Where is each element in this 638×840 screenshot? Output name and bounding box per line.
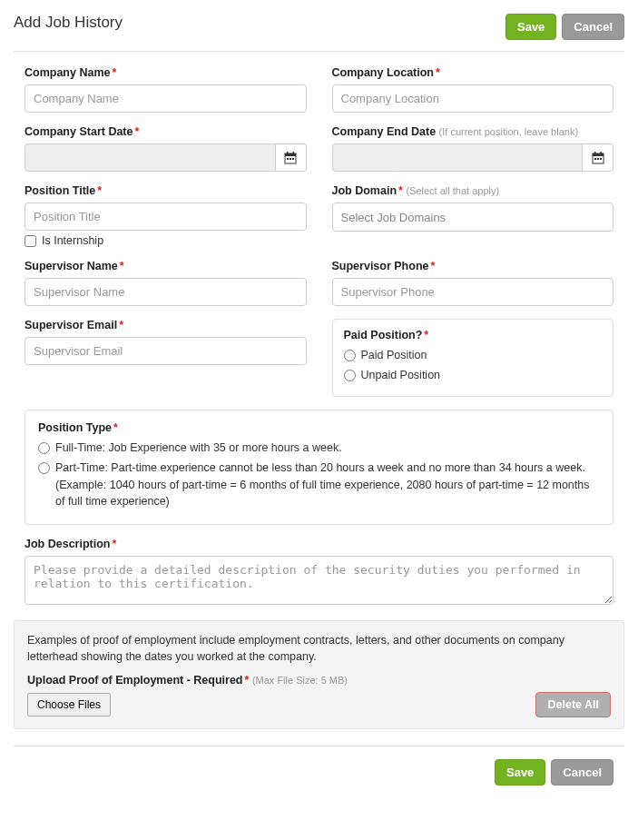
full-time-radio[interactable] [38,442,50,454]
supervisor-name-input[interactable] [25,278,307,306]
svg-rect-11 [594,158,596,160]
svg-rect-8 [593,153,604,156]
supervisor-email-input[interactable] [25,337,307,365]
cancel-button-top[interactable]: Cancel [562,14,624,40]
svg-rect-3 [293,152,295,154]
paid-position-label: Paid Position?* [344,329,603,341]
upload-label: Upload Proof of Employment - Required* (… [27,674,611,687]
start-date-label: Company Start Date* [25,125,307,138]
svg-rect-6 [292,158,294,160]
job-description-label: Job Description* [25,538,613,550]
save-button-bottom[interactable]: Save [495,759,545,786]
choose-files-button[interactable]: Choose Files [27,693,111,716]
is-internship-label: Is Internship [42,234,103,247]
job-description-textarea[interactable] [25,556,613,605]
svg-rect-13 [600,158,602,160]
position-type-panel: Position Type* Full-Time: Job Experience… [25,410,613,525]
end-date-label: Company End Date (If current position, l… [332,125,614,138]
svg-rect-10 [600,152,602,154]
part-time-radio[interactable] [38,462,50,474]
svg-rect-5 [290,158,291,160]
divider [14,51,624,52]
end-date-input[interactable] [332,143,584,172]
company-name-label: Company Name* [25,66,307,79]
svg-rect-1 [285,153,296,156]
start-date-input[interactable] [25,143,276,172]
start-date-calendar-button[interactable] [276,143,307,172]
supervisor-name-label: Supervisor Name* [25,260,307,272]
page-title: Add Job History [14,14,123,32]
upload-panel: Examples of proof of employment include … [14,620,624,729]
unpaid-position-radio[interactable] [344,370,356,381]
unpaid-position-option-label: Unpaid Position [361,367,603,383]
calendar-icon [284,152,297,164]
position-title-input[interactable] [25,203,307,231]
supervisor-phone-input[interactable] [332,278,614,306]
paid-position-option-label: Paid Position [361,347,603,363]
company-location-input[interactable] [332,84,614,113]
position-title-label: Position Title* [25,184,307,197]
job-domain-select[interactable]: Select Job Domains [332,203,614,232]
is-internship-checkbox[interactable] [25,235,36,247]
svg-rect-4 [287,158,289,160]
full-time-option-label: Full-Time: Job Experience with 35 or mor… [55,440,600,456]
paid-position-radio[interactable] [344,350,356,361]
company-location-label: Company Location* [332,66,614,79]
upload-intro-text: Examples of proof of employment include … [27,632,611,665]
company-name-input[interactable] [25,84,307,113]
divider [14,746,624,746]
delete-all-button[interactable]: Delete All [535,692,611,717]
end-date-calendar-button[interactable] [583,143,613,172]
calendar-icon [592,152,604,164]
supervisor-phone-label: Supervisor Phone* [332,260,614,272]
svg-rect-12 [597,158,599,160]
job-domain-label: Job Domain* (Select all that apply) [332,184,614,197]
supervisor-email-label: Supervisor Email* [25,319,307,331]
position-type-label: Position Type* [38,421,600,434]
svg-rect-9 [594,152,596,154]
cancel-button-bottom[interactable]: Cancel [551,759,613,786]
svg-rect-2 [287,152,289,154]
part-time-option-label: Part-Time: Part-time experience cannot b… [55,460,600,509]
save-button-top[interactable]: Save [505,14,556,40]
